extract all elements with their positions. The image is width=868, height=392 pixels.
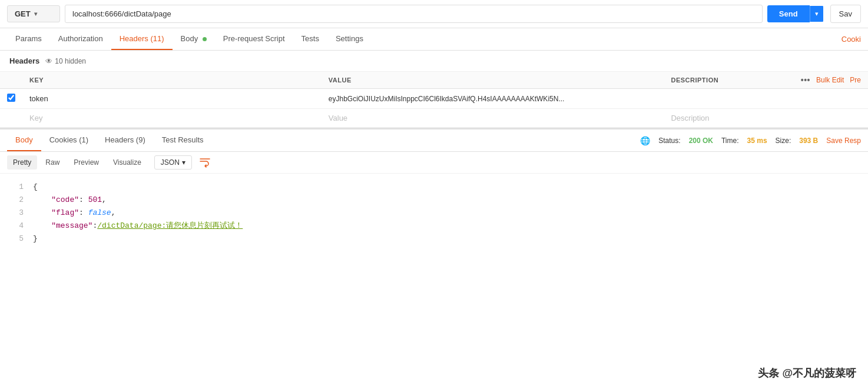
- format-bar: Pretty Raw Preview Visualize JSON ▾: [0, 152, 868, 174]
- response-tab-test-results[interactable]: Test Results: [154, 129, 212, 151]
- cookies-link[interactable]: Cooki: [842, 29, 861, 49]
- chevron-down-icon: ▾: [34, 11, 37, 17]
- row-value-cell[interactable]: eyJhbGciOiJIUzUxMiIsInppcCI6Cl6IkdaSVAif…: [322, 89, 664, 109]
- response-tabs-bar: Body Cookies (1) Headers (9) Test Result…: [0, 129, 868, 152]
- format-tab-pretty[interactable]: Pretty: [7, 155, 37, 170]
- eye-icon: 👁: [45, 57, 52, 65]
- save-response-button[interactable]: Save Resp: [826, 137, 861, 145]
- format-select[interactable]: JSON ▾: [154, 155, 192, 170]
- headers-table: KEY VALUE DESCRIPTION ••• Bulk Edit Pre: [0, 72, 868, 128]
- empty-desc-cell[interactable]: Description: [664, 109, 868, 128]
- table-row: token eyJhbGciOiJIUzUxMiIsInppcCI6Cl6Ikd…: [0, 89, 868, 109]
- request-tabs-bar: Params Authorization Headers (11) Body P…: [0, 28, 868, 51]
- response-area: Body Cookies (1) Headers (9) Test Result…: [0, 128, 868, 253]
- wrap-icon[interactable]: [199, 157, 211, 168]
- hidden-count: 10 hidden: [55, 57, 86, 65]
- json-line-4: 4 "message":/dictData/page:请您休息片刻再试试！: [9, 220, 859, 232]
- format-tab-visualize[interactable]: Visualize: [107, 155, 147, 170]
- pre-button[interactable]: Pre: [850, 76, 861, 84]
- tab-body[interactable]: Body: [173, 28, 215, 50]
- th-value: VALUE: [322, 72, 664, 89]
- th-checkbox: [0, 72, 22, 89]
- tab-tests[interactable]: Tests: [293, 28, 327, 50]
- size-value: 393 B: [799, 137, 818, 145]
- empty-value-placeholder: Value: [329, 114, 347, 122]
- json-line-1: 1{: [9, 181, 859, 194]
- method-select[interactable]: GET ▾: [7, 5, 60, 22]
- th-key: KEY: [22, 72, 322, 89]
- time-value: 35 ms: [747, 137, 767, 145]
- row-desc-cell[interactable]: [664, 89, 868, 109]
- row-value: eyJhbGciOiJIUzUxMiIsInppcCI6Cl6IkdaSVAif…: [329, 95, 565, 103]
- headers-section-title: Headers: [9, 57, 39, 65]
- json-line-2: 2 "code": 501,: [9, 194, 859, 207]
- time-label: Time:: [721, 137, 739, 145]
- tab-settings[interactable]: Settings: [327, 28, 372, 50]
- empty-key-placeholder: Key: [29, 114, 42, 122]
- format-tab-preview[interactable]: Preview: [68, 155, 105, 170]
- empty-desc-placeholder: Description: [671, 114, 709, 122]
- response-tab-cookies[interactable]: Cookies (1): [41, 129, 97, 151]
- response-meta: 🌐 Status: 200 OK Time: 35 ms Size: 393 B…: [640, 136, 861, 145]
- hidden-badge[interactable]: 👁 10 hidden: [45, 57, 86, 65]
- response-tab-body[interactable]: Body: [7, 129, 41, 151]
- table-row-empty: Key Value Description: [0, 109, 868, 128]
- method-label: GET: [15, 9, 31, 18]
- body-dot-icon: [203, 37, 207, 41]
- send-dropdown-button[interactable]: ▾: [810, 6, 823, 22]
- row-key: token: [29, 94, 48, 103]
- th-description: DESCRIPTION ••• Bulk Edit Pre: [664, 72, 868, 89]
- top-bar: GET ▾ Send ▾ Sav: [0, 0, 868, 28]
- json-line-5: 5}: [9, 232, 859, 245]
- response-tab-headers[interactable]: Headers (9): [97, 129, 154, 151]
- empty-value-cell[interactable]: Value: [322, 109, 664, 128]
- tab-params[interactable]: Params: [7, 28, 50, 50]
- send-button[interactable]: Send: [767, 5, 810, 22]
- tab-authorization[interactable]: Authorization: [50, 28, 111, 50]
- bulk-edit-button[interactable]: Bulk Edit: [816, 76, 844, 84]
- tab-prerequest[interactable]: Pre-request Script: [215, 28, 293, 50]
- url-input[interactable]: [65, 5, 763, 23]
- save-button[interactable]: Sav: [830, 5, 861, 23]
- status-value: 200 OK: [689, 137, 713, 145]
- chevron-down-icon: ▾: [182, 158, 185, 167]
- json-body: 1{ 2 "code": 501, 3 "flag": false, 4 "me…: [0, 174, 868, 253]
- format-tab-raw[interactable]: Raw: [39, 155, 65, 170]
- three-dots-icon[interactable]: •••: [801, 75, 810, 85]
- tab-headers[interactable]: Headers (11): [111, 28, 173, 50]
- headers-section-header: Headers 👁 10 hidden: [0, 51, 868, 72]
- empty-key-cell[interactable]: Key: [22, 109, 322, 128]
- globe-icon: 🌐: [640, 136, 650, 145]
- row-key-cell[interactable]: token: [22, 89, 322, 109]
- size-label: Size:: [776, 137, 791, 145]
- row-checkbox-cell[interactable]: [0, 89, 22, 109]
- status-label: Status:: [658, 137, 680, 145]
- row-checkbox[interactable]: [7, 94, 15, 102]
- json-line-3: 3 "flag": false,: [9, 207, 859, 220]
- send-btn-group: Send ▾: [767, 5, 823, 22]
- empty-checkbox-cell: [0, 109, 22, 128]
